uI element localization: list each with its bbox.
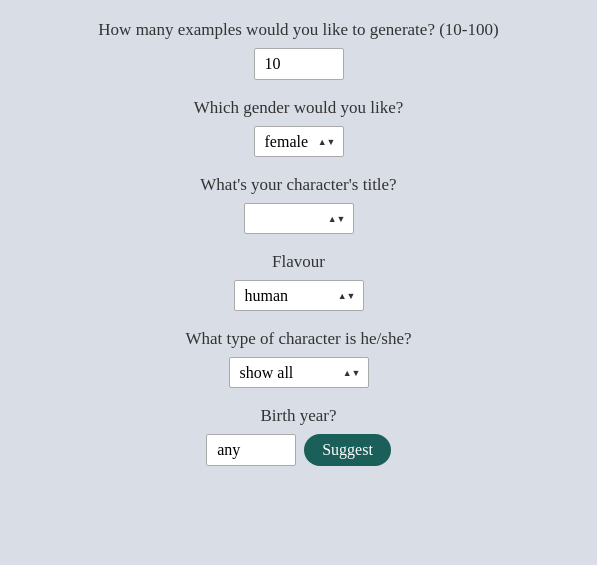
birth-year-group: Birth year? Suggest — [40, 406, 557, 466]
character-type-group: What type of character is he/she? show a… — [40, 329, 557, 388]
birth-year-input[interactable] — [206, 434, 296, 466]
examples-label: How many examples would you like to gene… — [98, 20, 498, 40]
title-select[interactable]: Mr Mrs Ms Miss Dr Prof — [244, 203, 354, 234]
birth-year-label: Birth year? — [261, 406, 337, 426]
suggest-button[interactable]: Suggest — [304, 434, 391, 466]
character-type-select[interactable]: show all warrior mage rogue cleric — [229, 357, 369, 388]
examples-input[interactable] — [254, 48, 344, 80]
flavour-label: Flavour — [272, 252, 325, 272]
form-container: How many examples would you like to gene… — [40, 20, 557, 484]
title-group: What's your character's title? Mr Mrs Ms… — [40, 175, 557, 234]
title-label: What's your character's title? — [200, 175, 396, 195]
gender-label: Which gender would you like? — [194, 98, 404, 118]
character-type-select-wrapper: show all warrior mage rogue cleric — [229, 357, 369, 388]
flavour-group: Flavour human elf dwarf halfling orc — [40, 252, 557, 311]
gender-group: Which gender would you like? female male… — [40, 98, 557, 157]
birth-year-row: Suggest — [206, 434, 391, 466]
examples-group: How many examples would you like to gene… — [40, 20, 557, 80]
flavour-select-wrapper: human elf dwarf halfling orc — [234, 280, 364, 311]
character-type-label: What type of character is he/she? — [185, 329, 411, 349]
title-select-wrapper: Mr Mrs Ms Miss Dr Prof — [244, 203, 354, 234]
gender-select[interactable]: female male either — [254, 126, 344, 157]
gender-select-wrapper: female male either — [254, 126, 344, 157]
flavour-select[interactable]: human elf dwarf halfling orc — [234, 280, 364, 311]
